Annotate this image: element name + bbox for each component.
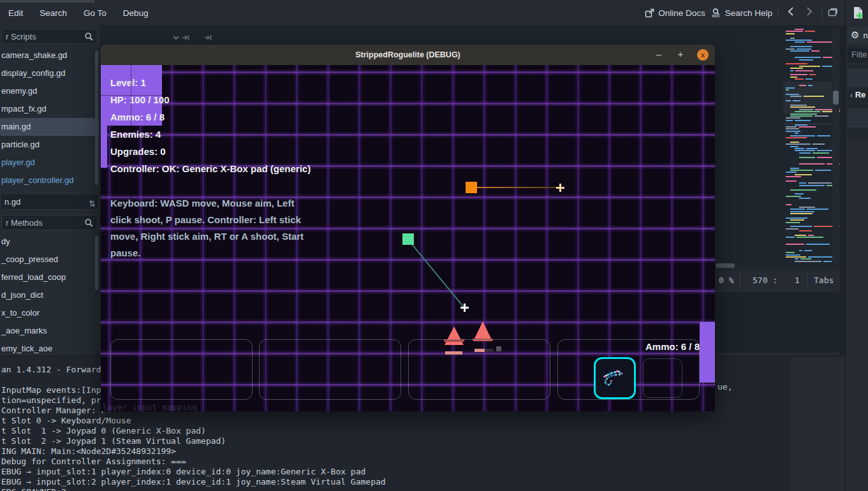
minimap-bar	[786, 33, 795, 34]
minimap-bar	[817, 135, 830, 136]
minimap-bar	[811, 50, 820, 52]
minimap-bar	[786, 204, 791, 205]
menu-edit[interactable]: Edit	[0, 1, 31, 26]
minimap-bar	[786, 40, 812, 41]
online-docs-button[interactable]: Online Docs	[645, 8, 705, 18]
indent-mode[interactable]: Tabs	[814, 275, 834, 285]
search-icon	[84, 32, 94, 41]
minimap-bar	[790, 46, 812, 47]
hud-slot-box	[110, 339, 253, 400]
code-line-548: 548 if pc.wants_to_dash():	[100, 29, 840, 43]
minimap-bar	[808, 256, 834, 258]
method-list-item[interactable]: d_json_dict	[0, 286, 99, 304]
current-script-box[interactable]: n.gd ⇅	[0, 193, 99, 210]
minimap-bar	[790, 38, 795, 39]
topbar-right-cluster: Online Docs DOC Search Help	[645, 6, 845, 20]
minimap-bar	[799, 66, 820, 67]
scripts-scrollbar[interactable]	[95, 51, 98, 185]
minimap-bar	[790, 70, 793, 71]
minimap-bar	[790, 209, 805, 210]
minimap-bar	[795, 29, 804, 30]
minimap-bar	[798, 126, 816, 128]
menu-search[interactable]: Search	[31, 1, 75, 26]
player-green	[402, 233, 414, 245]
maximize-button[interactable]: +	[673, 45, 688, 65]
menu-debug[interactable]: Debug	[115, 1, 157, 26]
node-label: n	[863, 31, 867, 40]
weapon-slot-selected	[594, 357, 636, 399]
script-list-item[interactable]: mpact_fx.gd	[0, 100, 99, 118]
editor-vertical-scrollbar[interactable]	[832, 29, 839, 263]
close-button[interactable]: x	[697, 49, 709, 61]
minimap-bar	[786, 176, 801, 177]
minimap-bar	[790, 219, 804, 221]
method-list-item[interactable]: _coop_pressed	[0, 251, 99, 268]
minimap-bar	[790, 142, 799, 143]
dock-tree-item[interactable]: › Re	[850, 90, 865, 99]
method-list-item[interactable]: emy_tick_aoe	[0, 340, 99, 358]
dock-filter-input[interactable]: Filte	[848, 47, 868, 62]
menu-items: EditSearchGo ToDebug	[0, 1, 157, 26]
game-window-title: StrippedRoguelite (DEBUG)	[355, 50, 460, 59]
script-list-item[interactable]: player.gd	[0, 154, 99, 172]
minimap-bar	[799, 163, 825, 165]
hud-line: HP: 100 / 100	[110, 91, 311, 108]
toolbar-separator	[778, 6, 779, 20]
filter-methods-input[interactable]: r Methods	[1, 215, 98, 230]
dock-list-row[interactable]	[848, 68, 868, 87]
history-back-button[interactable]	[784, 7, 797, 18]
sort-methods-icon[interactable]: ⇅	[89, 196, 96, 212]
minimap-bar	[790, 211, 814, 212]
minimap-bar	[786, 254, 800, 256]
console-line: ING MAIN: Main:<Node2D#35248932199>	[1, 446, 386, 457]
method-list-item[interactable]: dy	[0, 233, 99, 251]
game-window-titlebar[interactable]: StrippedRoguelite (DEBUG)	[101, 45, 715, 65]
history-forward-button[interactable]	[803, 7, 816, 18]
editor-scrollbar-thumb[interactable]	[833, 91, 839, 105]
script-list-item[interactable]: camera_shake.gd	[0, 47, 99, 64]
minimap-bar	[795, 258, 798, 260]
minimap-bar	[795, 235, 806, 236]
filter-scripts-input[interactable]: r Scripts	[1, 29, 98, 44]
minimap-bar	[807, 209, 829, 210]
minimap-bar	[786, 196, 801, 197]
minimap-bar	[805, 31, 815, 32]
search-help-button[interactable]: DOC Search Help	[711, 8, 772, 18]
minimap-bar	[799, 182, 806, 184]
game-debug-window[interactable]: StrippedRoguelite (DEBUG) – + x Level: 1…	[101, 45, 715, 411]
chevron-right-icon: ›	[850, 91, 853, 99]
editor-hscrollbar-thumb[interactable]	[716, 263, 735, 268]
script-list-item[interactable]: display_config.gd	[0, 64, 99, 82]
console-line: Debug for Controller Assignments: ===	[1, 457, 386, 467]
methods-scrollbar[interactable]	[95, 236, 98, 290]
script-list-item[interactable]: particle.gd	[0, 136, 99, 154]
external-link-icon	[645, 8, 654, 18]
script-list-item[interactable]: enemy.gd	[0, 82, 99, 100]
minimap-bar	[799, 198, 811, 199]
code-fold-icon[interactable]	[172, 32, 180, 46]
dock-list-row[interactable]	[848, 108, 868, 128]
minimap-bar	[806, 148, 817, 149]
script-list-item[interactable]: player_controller.gd	[0, 172, 99, 189]
script-list-item[interactable]: main.gd	[0, 118, 99, 136]
online-docs-label: Online Docs	[658, 8, 705, 18]
minimap-bar	[790, 226, 812, 227]
minimize-button[interactable]: –	[652, 45, 666, 65]
method-list-item[interactable]: _aoe_marks	[0, 322, 99, 340]
minimap-bar	[799, 250, 802, 251]
minimap-bar	[790, 77, 797, 78]
node-settings-row[interactable]: ⚙ n	[848, 27, 868, 43]
new-script-icon[interactable]	[851, 6, 864, 23]
minimap-bar	[800, 258, 811, 260]
search-help-label: Search Help	[725, 8, 772, 18]
menu-go-to[interactable]: Go To	[75, 1, 115, 26]
float-window-button[interactable]	[828, 7, 839, 19]
game-viewport[interactable]: Level: 1HP: 100 / 100Ammo: 6 / 8Enemies:…	[101, 65, 715, 411]
method-list-item[interactable]: x_to_color	[0, 304, 99, 322]
console-line: t Slot 1 -> Joypad 0 (Generic X-Box pad)	[1, 426, 386, 436]
search-doc-icon: DOC	[711, 8, 721, 18]
minimap-bar	[786, 31, 803, 32]
minimap-bar	[790, 146, 798, 147]
method-list-item[interactable]: ferred_load_coop	[0, 268, 99, 286]
minimap-bar	[795, 120, 811, 121]
